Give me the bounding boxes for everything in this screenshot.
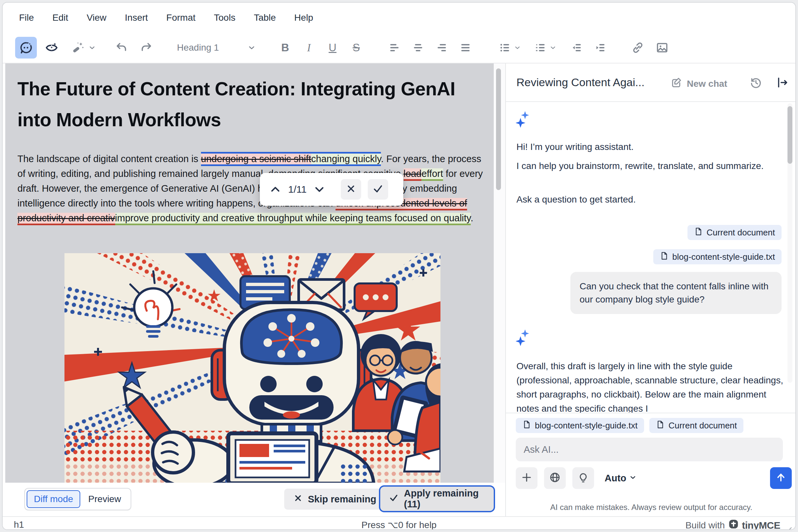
context-chip-current-document[interactable]: Current document	[687, 225, 782, 240]
ai-review-button[interactable]	[41, 37, 62, 58]
input-chip-style-guide[interactable]: blog-content-style-guide.txt	[516, 418, 644, 433]
collapse-panel-icon[interactable]	[776, 76, 789, 91]
editor-scrollbar-thumb[interactable]	[496, 69, 501, 190]
bullet-list-icon	[499, 41, 511, 54]
check-icon	[372, 183, 384, 196]
diff-del[interactable]: undergoing a seismic shift	[201, 152, 311, 166]
apply-remaining-label: Apply remaining (11)	[404, 488, 485, 510]
next-diff-button[interactable]	[313, 183, 326, 196]
model-mode-select[interactable]: Auto	[605, 467, 637, 489]
view-mode-toggle: Diff mode Preview	[24, 488, 131, 510]
app-window: File Edit View Insert Format Tools Table…	[2, 2, 796, 530]
outdent-button[interactable]	[566, 37, 588, 58]
check-icon	[389, 493, 399, 505]
new-chat-label: New chat	[687, 79, 727, 89]
new-chat-button[interactable]: New chat	[670, 77, 727, 91]
skip-remaining-button[interactable]: Skip remaining	[284, 489, 386, 510]
chevron-down-icon	[629, 473, 637, 484]
italic-button[interactable]: I	[298, 37, 320, 58]
prev-diff-button[interactable]	[269, 183, 282, 196]
doc-paragraph: The landscape of digital content creatio…	[17, 152, 489, 226]
document-icon	[522, 420, 531, 431]
align-left-button[interactable]	[384, 37, 405, 58]
indent-icon	[594, 41, 607, 54]
bullet-list-button[interactable]	[494, 37, 526, 58]
indent-button[interactable]	[590, 37, 611, 58]
branding[interactable]: Build with tinyMCE	[686, 519, 780, 530]
menu-format[interactable]: Format	[166, 13, 196, 23]
chat-message-list[interactable]: Hi! I’m your writing assistant. I can he…	[506, 102, 796, 413]
input-chip-current-document[interactable]: Current document	[649, 418, 743, 433]
numbered-list-button[interactable]	[529, 37, 562, 58]
document-illustration[interactable]	[64, 253, 441, 483]
ai-chat-icon	[19, 41, 33, 55]
chip-label: Current document	[668, 420, 737, 431]
block-format-select[interactable]: Heading 1	[172, 37, 261, 58]
align-center-icon	[412, 41, 424, 54]
menu-insert[interactable]: Insert	[125, 13, 148, 23]
menu-tools[interactable]: Tools	[214, 13, 235, 23]
align-center-button[interactable]	[407, 37, 429, 58]
assistant-welcome-3: Ask a question to get started.	[516, 193, 780, 207]
lightbulb-icon	[577, 472, 589, 484]
undo-button[interactable]	[111, 37, 132, 58]
chat-history-button[interactable]	[749, 76, 762, 91]
menu-file[interactable]: File	[19, 13, 34, 23]
block-format-label: Heading 1	[177, 42, 219, 53]
ai-shortcuts-button[interactable]	[67, 37, 100, 58]
user-message-text: Can you check that the content falls inl…	[580, 281, 768, 304]
underline-label: U	[329, 41, 336, 54]
strikethrough-button[interactable]: S	[346, 37, 367, 58]
diff-mode-toggle[interactable]: Diff mode	[26, 490, 80, 508]
apply-remaining-button[interactable]: Apply remaining (11)	[380, 487, 494, 511]
align-right-icon	[435, 41, 448, 54]
ask-ai-placeholder: Ask AI...	[524, 444, 559, 455]
ai-assistant-button[interactable]	[15, 37, 37, 58]
underline-button[interactable]: U	[322, 37, 344, 58]
chat-scrollbar-thumb[interactable]	[787, 106, 793, 164]
ai-disclaimer: AI can make mistakes. Always review outp…	[506, 503, 796, 512]
preview-toggle[interactable]: Preview	[80, 490, 129, 508]
ideas-button[interactable]	[572, 467, 594, 489]
align-justify-button[interactable]	[454, 37, 476, 58]
doc-text: .	[471, 213, 474, 223]
diff-ins[interactable]: improve productivity and creative throug…	[115, 213, 471, 225]
align-left-icon	[388, 41, 401, 54]
menu-table[interactable]: Table	[254, 13, 276, 23]
diff-nav-popup: 1/11	[260, 173, 403, 206]
tinymce-logo-icon	[728, 519, 739, 530]
diff-mode-label: Diff mode	[34, 494, 73, 505]
editor-canvas[interactable]: The Future of Content Creation: Integrat…	[5, 63, 494, 483]
align-right-button[interactable]	[431, 37, 452, 58]
chevron-down-icon	[88, 44, 96, 52]
status-bar: h1 Press ⌥0 for help Build with tinyMCE	[3, 516, 795, 530]
close-icon	[346, 184, 356, 195]
model-mode-label: Auto	[605, 473, 626, 484]
diff-action-bar: Diff mode Preview Skip remaining Apply r…	[5, 483, 494, 516]
reject-diff-button[interactable]	[341, 179, 361, 200]
redo-button[interactable]	[135, 37, 157, 58]
menu-help[interactable]: Help	[294, 13, 314, 23]
diff-counter: 1/11	[288, 184, 307, 195]
document-title: The Future of Content Creation: Integrat…	[17, 73, 460, 135]
image-button[interactable]	[651, 37, 673, 58]
menu-view[interactable]: View	[87, 13, 106, 23]
accept-diff-button[interactable]	[368, 179, 388, 200]
web-search-button[interactable]	[544, 467, 566, 489]
resize-handle-icon[interactable]	[784, 524, 793, 530]
context-chip-style-guide[interactable]: blog-content-style-guide.txt	[653, 249, 782, 264]
align-justify-icon	[459, 41, 472, 54]
link-button[interactable]	[627, 37, 649, 58]
diff-ins[interactable]: effort	[421, 168, 443, 181]
diff-del[interactable]: load	[404, 168, 422, 181]
menu-edit[interactable]: Edit	[52, 13, 68, 23]
diff-ins[interactable]: changing quickly	[311, 152, 381, 166]
send-button[interactable]	[770, 467, 792, 489]
ask-ai-input[interactable]: Ask AI...	[516, 438, 783, 461]
assistant-response-text: Overall, this draft is largely in line w…	[516, 359, 785, 413]
sidebar-header: Reviewing Content Agai... New chat	[506, 63, 796, 102]
attach-button[interactable]	[516, 467, 537, 489]
bold-button[interactable]: B	[274, 37, 296, 58]
redo-icon	[140, 41, 153, 54]
strikethrough-label: S	[353, 41, 360, 54]
